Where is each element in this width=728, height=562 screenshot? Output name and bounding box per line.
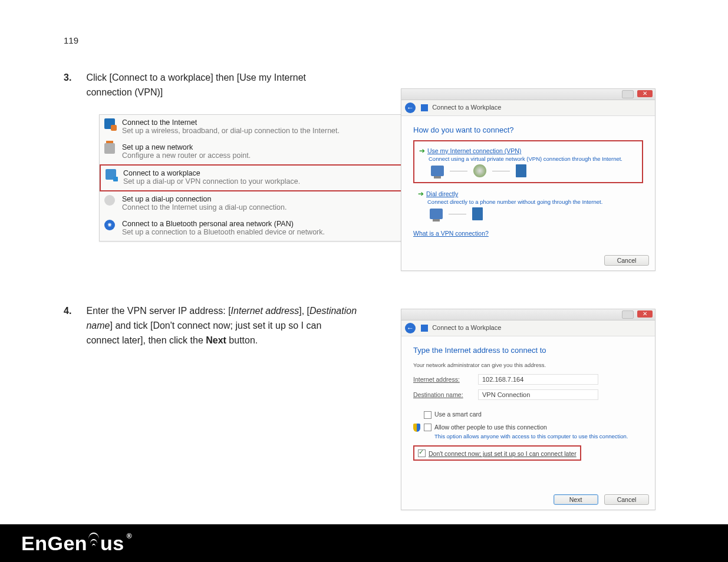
dialog-type-address: ✕ ← Connect to a Workplace Type the Inte… [401,309,655,510]
opt5-title: Connect to a Bluetooth personal area net… [122,220,417,228]
window-header: ← Connect to a Workplace [401,100,655,116]
cancel-button[interactable]: Cancel [604,494,649,505]
building-icon [516,164,526,177]
opt2-sub: Configure a new router or access point. [122,151,417,160]
internet-address-input[interactable]: 102.168.7.164 [478,374,598,385]
dial-sub: Connect directly to a phone number witho… [427,199,638,205]
option-bluetooth[interactable]: ⁕ Connect to a Bluetooth personal area n… [100,216,420,241]
window-app-icon [421,325,428,332]
globe-icon [473,164,486,177]
opt2-title: Set up a new network [122,143,417,151]
bluetooth-icon: ⁕ [104,220,115,230]
building-icon [472,207,483,220]
close-icon[interactable]: ✕ [637,90,653,97]
arrow-icon: ➔ [419,147,425,155]
next-button[interactable]: Next [554,494,598,505]
router-icon [104,143,115,154]
workplace-icon [106,169,116,180]
allow-others-sub: This option allows anyone with access to… [434,433,643,439]
opt4-sub: Connect to the Internet using a dial-up … [122,203,417,211]
back-icon[interactable]: ← [405,103,416,113]
window-header: ← Connect to a Workplace [401,320,655,336]
address-sub: Your network administrator can give you … [413,362,643,368]
use-vpn-title: Use my Internet connection (VPN) [427,147,521,154]
opt4-title: Set up a dial-up connection [122,195,417,203]
cancel-button[interactable]: Cancel [604,255,649,266]
window-app-icon [421,104,428,111]
s4-em1: Internet address [231,306,299,316]
connect-question: How do you want to connect? [413,125,643,134]
opt1-sub: Set up a wireless, broadband, or dial-up… [122,127,417,135]
s4-next: Next [206,335,226,345]
use-vpn-sub: Connect using a virtual private network … [429,156,637,162]
connection-options-panel: Connect to the Internet Set up a wireles… [99,114,420,242]
brand-footer: EnGenus® [0,524,728,562]
step-3-line-1: Click [Connect to a workplace] then [Use… [86,72,306,82]
option-setup-network[interactable]: Set up a new network Configure a new rou… [100,140,420,164]
destination-name-label: Destination name: [413,391,478,398]
brand-reg: ® [127,532,132,540]
s4-a2: ], [ [299,306,309,316]
dial-diagram [418,205,638,224]
s4-c2: button. [226,335,258,345]
opt1-title: Connect to the Internet [122,118,417,127]
brand-b: us [100,532,124,554]
opt3-sub: Set up a dial-up or VPN connection to yo… [123,177,416,186]
page-number: 119 [64,35,78,45]
wifi-icon [88,533,99,547]
option-connect-internet[interactable]: Connect to the Internet Set up a wireles… [100,115,420,140]
dash-icon [450,171,467,171]
back-icon[interactable]: ← [405,323,416,333]
allow-others-label: Allow other people to use this connectio… [434,424,547,431]
opt3-title: Connect to a workplace [123,169,416,177]
address-heading: Type the Internet address to connect to [413,346,643,355]
step-4: 4. Enter the VPN server IP address: [Int… [64,304,394,348]
internet-icon [104,118,115,129]
step-4-text: Enter the VPN server IP address: [Intern… [86,304,387,348]
smart-card-checkbox[interactable] [424,411,431,419]
option-connect-workplace[interactable]: Connect to a workplace Set up a dial-up … [100,164,420,191]
window-titlebar: ✕ [401,89,655,100]
option-dial-directly[interactable]: ➔Dial directly Connect directly to a pho… [413,183,643,225]
option-use-vpn[interactable]: ➔Use my Internet connection (VPN) Connec… [413,140,643,183]
s4-em3: name [86,320,110,330]
internet-address-label: Internet address: [413,376,478,383]
dash-icon [492,171,510,171]
destination-name-input[interactable]: VPN Connection [478,389,598,400]
arrow-icon: ➔ [418,190,424,198]
smart-card-label: Use a smart card [434,411,482,418]
opt5-sub: Set up a connection to a Bluetooth enabl… [122,228,417,236]
window-title: Connect to a Workplace [432,104,501,111]
step-4-num: 4. [64,304,84,319]
s4-b: ] and tick [Don't connect now; just set … [110,320,321,330]
window-titlebar: ✕ [401,309,655,320]
step-3-num: 3. [64,71,84,85]
what-is-vpn-link[interactable]: What is a VPN connection? [413,230,643,237]
dialup-icon [104,195,115,206]
step-3-text: Click [Connect to a workplace] then [Use… [86,71,387,100]
dont-connect-now-checkbox[interactable] [418,449,426,457]
dont-connect-now-label: Don't connect now; just set it up so I c… [429,450,577,457]
s4-c1: connect later], then click the [86,335,206,345]
dial-title: Dial directly [426,190,458,197]
brand-a: EnGen [21,532,87,554]
shield-icon [413,424,420,432]
s4-a1: Enter the VPN server IP address: [ [86,306,230,316]
dash-icon [449,214,466,214]
minimize-icon[interactable] [622,90,634,98]
minimize-icon[interactable] [622,310,634,319]
step-3-line-2: connection (VPN)] [86,87,163,97]
close-icon[interactable]: ✕ [637,310,653,318]
vpn-diagram [419,162,637,181]
pc-icon [430,209,443,219]
pc-icon [431,166,444,176]
step-3: 3. Click [Connect to a workplace] then [… [64,71,394,100]
option-dialup[interactable]: Set up a dial-up connection Connect to t… [100,191,420,216]
s4-em2: Destination [309,306,357,316]
dialog-connect-workplace-method: ✕ ← Connect to a Workplace How do you wa… [401,88,655,271]
brand-logo: EnGenus® [21,532,132,555]
window-title: Connect to a Workplace [432,324,501,331]
allow-others-checkbox[interactable] [424,424,431,431]
